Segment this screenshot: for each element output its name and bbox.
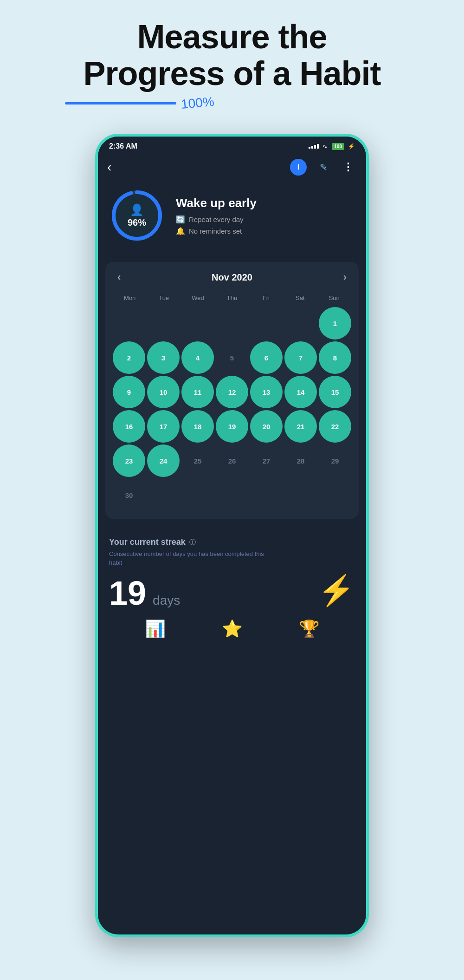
table-row[interactable] [181, 479, 214, 511]
table-row[interactable] [216, 307, 248, 340]
underline-decoration: 100% [37, 96, 427, 111]
calendar-prev-button[interactable]: ‹ [113, 269, 125, 285]
progress-circle: 👤 96% [109, 188, 165, 243]
underline-label: 100% [180, 94, 215, 112]
calendar-month: Nov 2020 [212, 272, 252, 283]
day-label-mon: Mon [113, 293, 147, 303]
streak-header: Your current streak ⓘ [109, 537, 355, 547]
top-nav: ‹ i ✎ ⋮ [98, 154, 366, 183]
status-icons: ∿ 100 ⚡ [309, 143, 355, 150]
habit-person-icon: 👤 [130, 203, 144, 216]
table-row[interactable]: 28 [284, 444, 317, 477]
reminder-row: 🔔 No reminders set [176, 227, 355, 235]
streak-title: Your current streak [109, 537, 186, 547]
calendar-day-labels: Mon Tue Wed Thu Fri Sat Sun [113, 293, 351, 303]
streak-section: Your current streak ⓘ Consecutive number… [98, 526, 366, 609]
table-row[interactable] [147, 307, 180, 340]
table-row[interactable]: 13 [250, 376, 283, 408]
table-row[interactable]: 22 [319, 410, 351, 443]
status-time: 2:36 AM [109, 142, 137, 150]
table-row[interactable]: 11 [181, 376, 214, 408]
table-row[interactable]: 3 [147, 341, 180, 374]
table-row[interactable]: 23 [113, 444, 145, 477]
table-row[interactable]: 21 [284, 410, 317, 443]
table-row[interactable]: 17 [147, 410, 180, 443]
calendar-next-button[interactable]: › [339, 269, 351, 285]
nav-actions: i ✎ ⋮ [290, 159, 357, 176]
habit-info: Wake up early 🔄 Repeat every day 🔔 No re… [176, 196, 355, 235]
table-row[interactable]: 18 [181, 410, 214, 443]
table-row[interactable]: 1 [319, 307, 351, 340]
streak-info-icon: ⓘ [189, 538, 196, 547]
charging-icon: ⚡ [348, 143, 355, 150]
table-row[interactable] [319, 479, 351, 511]
table-row[interactable] [284, 307, 317, 340]
table-row[interactable]: 10 [147, 376, 180, 408]
bottom-icon-star: ⭐ [222, 619, 243, 639]
progress-percent: 96% [128, 217, 146, 228]
table-row[interactable] [250, 307, 283, 340]
more-button[interactable]: ⋮ [340, 159, 357, 176]
habit-header: 👤 96% Wake up early 🔄 Repeat every day 🔔… [98, 183, 366, 255]
table-row[interactable]: 27 [250, 444, 283, 477]
repeat-icon: 🔄 [176, 215, 185, 224]
table-row[interactable] [250, 479, 283, 511]
phone-wrapper: 2:36 AM ∿ 100 ⚡ ‹ i ✎ [0, 134, 464, 937]
streak-count-row: 19 days [109, 576, 180, 610]
day-label-sun: Sun [317, 293, 351, 303]
table-row[interactable]: 25 [181, 444, 214, 477]
table-row[interactable] [147, 479, 180, 511]
reminder-label: No reminders set [189, 227, 242, 235]
day-label-thu: Thu [215, 293, 249, 303]
underline-bar [65, 102, 176, 105]
battery-icon: 100 [332, 143, 344, 150]
table-row[interactable]: 30 [113, 479, 145, 511]
table-row[interactable]: 7 [284, 341, 317, 374]
day-label-tue: Tue [147, 293, 180, 303]
table-row[interactable]: 2 [113, 341, 145, 374]
calendar-header: ‹ Nov 2020 › [113, 269, 351, 285]
table-row[interactable]: 12 [216, 376, 248, 408]
status-bar: 2:36 AM ∿ 100 ⚡ [98, 137, 366, 154]
table-row[interactable]: 8 [319, 341, 351, 374]
table-row[interactable]: 26 [216, 444, 248, 477]
edit-button[interactable]: ✎ [315, 159, 332, 176]
calendar-container: ‹ Nov 2020 › Mon Tue Wed Thu Fri Sat Sun… [105, 262, 359, 519]
phone-device: 2:36 AM ∿ 100 ⚡ ‹ i ✎ [95, 134, 369, 937]
page-title: Measure the Progress of a Habit [37, 19, 427, 92]
table-row[interactable] [181, 307, 214, 340]
habit-meta: 🔄 Repeat every day 🔔 No reminders set [176, 215, 355, 235]
back-button[interactable]: ‹ [107, 160, 111, 175]
calendar-grid: 1234567891011121314151617181920212223242… [113, 307, 351, 511]
table-row[interactable]: 5 [216, 341, 248, 374]
day-label-sat: Sat [283, 293, 317, 303]
table-row[interactable]: 6 [250, 341, 283, 374]
bottom-icon-trophy: 🏆 [299, 619, 320, 639]
table-row[interactable] [113, 307, 145, 340]
bottom-nav-partial: 📊 ⭐ 🏆 [98, 610, 366, 643]
table-row[interactable]: 14 [284, 376, 317, 408]
day-label-wed: Wed [181, 293, 215, 303]
table-row[interactable]: 15 [319, 376, 351, 408]
repeat-row: 🔄 Repeat every day [176, 215, 355, 224]
streak-description: Consecutive number of days you has been … [109, 550, 267, 567]
table-row[interactable]: 29 [319, 444, 351, 477]
table-row[interactable]: 16 [113, 410, 145, 443]
streak-bolt-icon: ⚡ [318, 573, 355, 608]
info-button[interactable]: i [290, 159, 307, 176]
day-label-fri: Fri [249, 293, 283, 303]
table-row[interactable]: 19 [216, 410, 248, 443]
bell-icon: 🔔 [176, 227, 185, 235]
streak-count: 19 [109, 576, 146, 610]
table-row[interactable] [284, 479, 317, 511]
repeat-label: Repeat every day [189, 216, 244, 223]
table-row[interactable]: 9 [113, 376, 145, 408]
bottom-icon-chart: 📊 [145, 619, 166, 639]
header-section: Measure the Progress of a Habit 100% [0, 0, 464, 120]
habit-name: Wake up early [176, 196, 355, 210]
table-row[interactable]: 20 [250, 410, 283, 443]
table-row[interactable]: 4 [181, 341, 214, 374]
table-row[interactable]: 24 [147, 444, 180, 477]
table-row[interactable] [216, 479, 248, 511]
streak-unit: days [153, 593, 180, 608]
